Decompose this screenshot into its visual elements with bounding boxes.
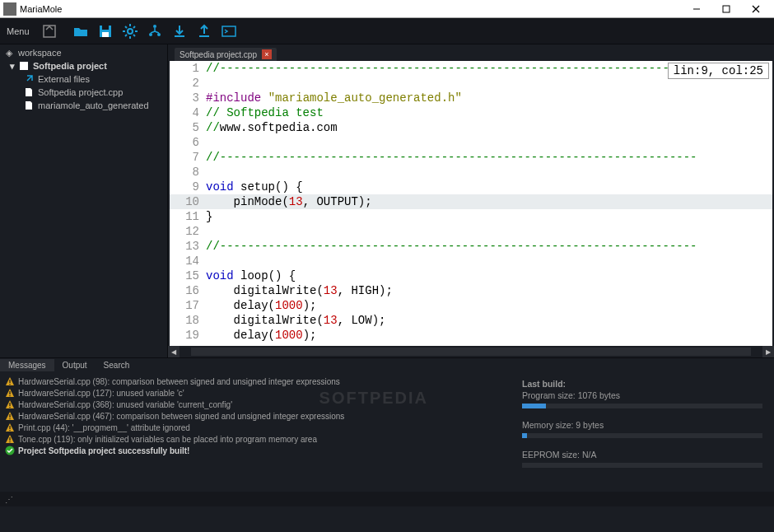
svg-rect-4	[44, 26, 55, 37]
horizontal-scrollbar[interactable]: ◀ ▶	[168, 346, 774, 357]
svg-line-16	[125, 35, 127, 36]
line-number: 2	[170, 76, 206, 91]
close-button[interactable]	[741, 0, 771, 18]
code-text: // Softpedia test	[206, 105, 324, 120]
code-text: delay(1000);	[206, 298, 316, 313]
code-text: }	[206, 209, 212, 224]
line-number: 13	[170, 239, 206, 254]
code-line[interactable]: 11}	[170, 209, 772, 224]
scroll-track[interactable]	[191, 348, 751, 356]
maximize-button[interactable]	[711, 0, 741, 18]
toolbar: Menu	[0, 18, 774, 44]
workspace-icon: ◈	[3, 47, 15, 58]
tab-label: Softpedia project.cpp	[180, 50, 257, 59]
code-line[interactable]: 13//------------------------------------…	[170, 239, 772, 254]
code-line[interactable]: 18 digitalWrite(13, LOW);	[170, 313, 772, 328]
code-text: digitalWrite(13, LOW);	[206, 313, 385, 328]
status-bar: ⋰	[0, 492, 774, 506]
svg-rect-25	[9, 384, 10, 385]
svg-rect-26	[9, 391, 10, 394]
svg-rect-28	[9, 403, 10, 406]
tree-label: workspace	[18, 48, 62, 58]
code-line[interactable]: 9void setup() {	[170, 180, 772, 194]
message-line[interactable]: Project Softpedia project successfully b…	[5, 445, 506, 456]
code-text: //www.softpedia.com	[206, 120, 338, 135]
window-title: MariaMole	[20, 4, 682, 14]
message-text: HardwareSerial.cpp (127): unused variabl…	[18, 389, 184, 398]
memory-size-bar	[522, 433, 762, 438]
svg-point-19	[157, 33, 161, 36]
tree-file[interactable]: mariamole_auto_generated	[0, 99, 167, 112]
tree-label: External files	[38, 74, 90, 84]
download-button[interactable]	[168, 20, 191, 43]
code-line[interactable]: 8	[170, 165, 772, 180]
scroll-left-arrow[interactable]: ◀	[168, 346, 180, 357]
code-line[interactable]: 15void loop() {	[170, 268, 772, 283]
code-line[interactable]: 5//www.softpedia.com	[170, 120, 772, 135]
svg-rect-1	[723, 6, 730, 12]
tab-search[interactable]: Search	[96, 359, 138, 371]
code-line[interactable]: 3#include "mariamole_auto_generated.h"	[170, 91, 772, 105]
tab-close-button[interactable]: ×	[262, 49, 272, 59]
message-line[interactable]: HardwareSerial.cpp (368): unused variabl…	[5, 399, 506, 410]
code-line[interactable]: 4// Softpedia test	[170, 105, 772, 120]
editor-tab[interactable]: Softpedia project.cpp ×	[175, 48, 277, 61]
file-icon	[23, 86, 35, 98]
svg-rect-34	[9, 437, 10, 441]
svg-rect-33	[9, 430, 10, 431]
scroll-right-arrow[interactable]: ▶	[762, 346, 774, 357]
code-text: #include "mariamole_auto_generated.h"	[206, 91, 462, 105]
svg-point-17	[153, 25, 156, 28]
code-editor[interactable]: lin:9, col:25 1//-----------------------…	[170, 61, 772, 346]
code-line[interactable]: 6	[170, 135, 772, 150]
open-button[interactable]	[69, 20, 92, 43]
memory-size: Memory size: 9 bytes	[522, 420, 762, 430]
message-line[interactable]: Tone.cpp (119): only initialized variabl…	[5, 433, 506, 445]
code-line[interactable]: 14	[170, 254, 772, 268]
code-line[interactable]: 10 pinMode(13, OUTPUT);	[170, 194, 772, 209]
tree-root[interactable]: ◈ workspace	[0, 46, 167, 59]
save-button[interactable]	[94, 20, 117, 43]
code-text: //--------------------------------------…	[206, 150, 697, 165]
check-icon	[5, 446, 15, 455]
project-sidebar: ◈ workspace ▾ Softpedia project External…	[0, 44, 168, 357]
tab-output[interactable]: Output	[54, 359, 96, 371]
upload-button[interactable]	[193, 20, 216, 43]
external-link-icon	[23, 73, 35, 85]
tree-external[interactable]: External files	[0, 72, 167, 86]
tree-project[interactable]: ▾ Softpedia project	[0, 59, 167, 72]
line-number: 10	[170, 194, 206, 209]
svg-line-13	[125, 26, 127, 28]
tree-label: Softpedia project	[33, 61, 107, 71]
build-label: Last build:	[522, 379, 762, 389]
line-number: 11	[170, 209, 206, 224]
code-line[interactable]: 19 delay(1000);	[170, 328, 772, 343]
menu-item[interactable]: Menu	[3, 26, 36, 37]
tree-config-button[interactable]	[143, 20, 166, 43]
minimize-button[interactable]	[682, 0, 711, 18]
code-line[interactable]: 7//-------------------------------------…	[170, 150, 772, 165]
svg-point-8	[128, 29, 133, 34]
new-project-button[interactable]	[38, 20, 61, 43]
terminal-button[interactable]	[217, 20, 240, 43]
warning-icon	[5, 422, 15, 432]
code-line[interactable]: 12	[170, 224, 772, 239]
line-number: 1	[170, 61, 206, 76]
settings-button[interactable]	[119, 20, 142, 43]
code-text: delay(1000);	[206, 328, 316, 343]
tree-file[interactable]: Softpedia project.cpp	[0, 86, 167, 99]
message-line[interactable]: HardwareSerial.cpp (467): comparison bet…	[5, 410, 506, 422]
svg-line-14	[133, 35, 135, 36]
message-text: Tone.cpp (119): only initialized variabl…	[18, 435, 317, 444]
message-line[interactable]: HardwareSerial.cpp (127): unused variabl…	[5, 387, 506, 399]
message-line[interactable]: Print.cpp (44): '__progmem__' attribute …	[5, 422, 506, 433]
tree-label: Softpedia project.cpp	[38, 87, 123, 97]
svg-rect-22	[222, 26, 235, 36]
message-line[interactable]: HardwareSerial.cpp (98): comparison betw…	[5, 376, 506, 387]
line-number: 8	[170, 165, 206, 180]
code-line[interactable]: 16 digitalWrite(13, HIGH);	[170, 283, 772, 298]
tab-messages[interactable]: Messages	[0, 359, 54, 371]
message-text: Print.cpp (44): '__progmem__' attribute …	[18, 423, 190, 432]
line-number: 5	[170, 120, 206, 135]
code-line[interactable]: 17 delay(1000);	[170, 298, 772, 313]
